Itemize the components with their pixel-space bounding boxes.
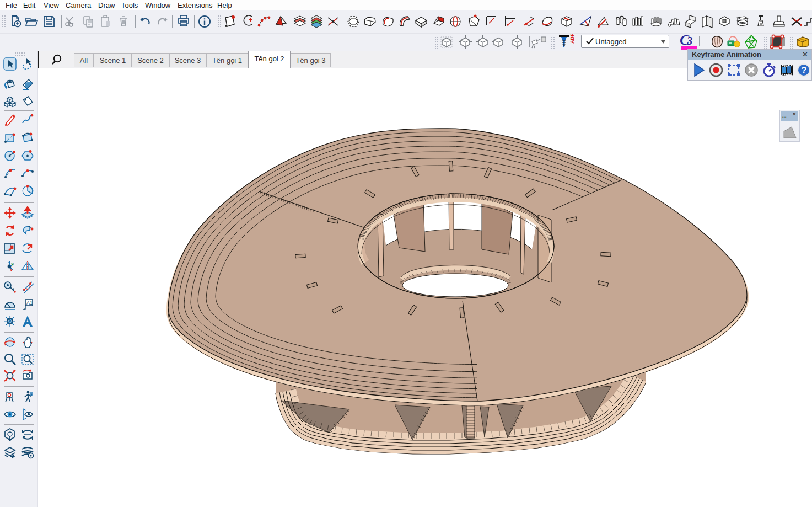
svg-text:ABF_: ABF_ [569,34,574,44]
svg-text:A1: A1 [26,300,33,306]
svg-text:?: ? [802,66,807,75]
svg-text:C: C [8,317,11,321]
